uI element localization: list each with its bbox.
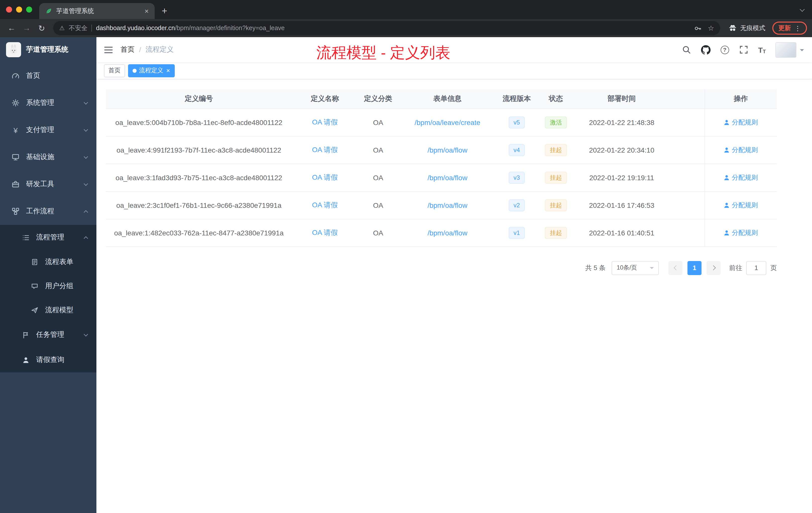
reload-button[interactable]: ↻ xyxy=(35,22,48,35)
sidebar-item-label: 流程模型 xyxy=(45,306,87,315)
goto-page-input[interactable] xyxy=(746,261,766,275)
person-icon xyxy=(724,230,730,236)
help-icon[interactable]: ? xyxy=(720,46,729,54)
sidebar-item-infrastructure[interactable]: 基础设施 xyxy=(0,144,96,171)
definition-name-link[interactable]: OA 请假 xyxy=(312,145,338,153)
sidebar-item-home[interactable]: 首页 xyxy=(0,62,96,89)
next-page-button[interactable] xyxy=(706,261,721,275)
form-info-link[interactable]: /bpm/oa/leave/create xyxy=(414,118,480,126)
browser-tab[interactable]: 芋道管理系统 × xyxy=(39,3,155,19)
table-row: oa_leave:1:482ec033-762a-11ec-8477-a2380… xyxy=(106,219,777,246)
password-key-icon[interactable] xyxy=(694,24,702,32)
sidebar-item-system[interactable]: 系统管理 xyxy=(0,89,96,117)
tab-title: 芋道管理系统 xyxy=(56,7,139,15)
tab-close-icon[interactable]: × xyxy=(143,6,151,16)
table-row: oa_leave:3:1fad3d93-7b75-11ec-a3c8-acde4… xyxy=(106,163,777,191)
new-tab-button[interactable]: + xyxy=(162,5,167,17)
definition-name-link[interactable]: OA 请假 xyxy=(312,118,338,126)
address-bar[interactable]: ⚠ 不安全 dashboard.yudao.iocoder.cn/bpm/man… xyxy=(53,21,720,35)
form-info-link[interactable]: /bpm/oa/flow xyxy=(428,146,467,154)
workflow-submenu: 流程管理 流程表单 用户分组 流程模型 xyxy=(0,225,96,372)
chevron-up-icon xyxy=(84,210,88,214)
col-header-status: 状态 xyxy=(537,89,575,109)
sidebar-item-task-management[interactable]: 任务管理 xyxy=(0,322,96,348)
avatar[interactable] xyxy=(775,42,796,58)
person-icon xyxy=(724,202,730,208)
status-badge: 激活 xyxy=(545,116,567,128)
chat-bubble-icon xyxy=(30,282,39,290)
forward-button[interactable]: → xyxy=(20,22,33,35)
page-number-button[interactable]: 1 xyxy=(688,261,701,275)
assign-rule-link[interactable]: 分配规则 xyxy=(724,118,758,127)
breadcrumb: 首页 / 流程定义 xyxy=(120,45,174,54)
browser-menu-icon[interactable]: ⋮ xyxy=(794,24,801,32)
browser-tabstrip: 芋道管理系统 × + xyxy=(0,0,812,19)
user-avatar-menu[interactable] xyxy=(775,42,804,58)
chevron-down-icon xyxy=(84,182,88,186)
search-icon[interactable] xyxy=(681,45,691,55)
status-badge: 挂起 xyxy=(545,144,567,156)
tag-label: 首页 xyxy=(109,66,120,75)
window-minimize-button[interactable] xyxy=(16,6,22,12)
tab-search-icon[interactable] xyxy=(800,7,805,12)
cell-definition-id: oa_leave:4:991f2193-7b7f-11ec-a3c8-acde4… xyxy=(106,136,292,163)
definition-name-link[interactable]: OA 请假 xyxy=(312,173,338,181)
page-title-annotation: 流程模型 - 定义列表 xyxy=(316,43,450,63)
omnibox-actions: ☆ xyxy=(694,24,714,32)
sidebar-item-user-group[interactable]: 用户分组 xyxy=(0,274,96,298)
assign-rule-link[interactable]: 分配规则 xyxy=(724,228,758,237)
window-close-button[interactable] xyxy=(6,6,12,12)
form-info-link[interactable]: /bpm/oa/flow xyxy=(428,229,467,237)
form-info-link[interactable]: /bpm/oa/flow xyxy=(428,174,467,181)
cell-category: OA xyxy=(358,163,398,191)
breadcrumb-home-link[interactable]: 首页 xyxy=(120,45,135,54)
cell-deploy-time: 2022-01-16 17:46:53 xyxy=(575,191,668,219)
url-text[interactable]: dashboard.yudao.iocoder.cn/bpm/manager/d… xyxy=(96,25,285,32)
goto-label: 前往 xyxy=(729,263,742,272)
back-button[interactable]: ← xyxy=(5,22,18,35)
definition-name-link[interactable]: OA 请假 xyxy=(312,228,338,236)
assign-rule-link[interactable]: 分配规则 xyxy=(724,173,758,182)
sidebar-item-label: 首页 xyxy=(26,71,87,80)
sidebar-item-process-form[interactable]: 流程表单 xyxy=(0,250,96,274)
github-icon[interactable] xyxy=(701,45,711,55)
security-label[interactable]: 不安全 xyxy=(69,24,88,32)
window-zoom-button[interactable] xyxy=(26,6,32,12)
tag-home[interactable]: 首页 xyxy=(104,64,125,77)
sidebar-item-devtools[interactable]: 研发工具 xyxy=(0,171,96,198)
chevron-down-icon xyxy=(650,267,654,271)
cell-definition-id: oa_leave:5:004b710b-7b8a-11ec-8ef0-acde4… xyxy=(106,109,292,136)
cell-category: OA xyxy=(358,136,398,163)
table-header-row: 定义编号 定义名称 定义分类 表单信息 流程版本 状态 部署时间 操作 xyxy=(106,89,777,109)
form-info-link[interactable]: /bpm/oa/flow xyxy=(428,201,467,209)
sidebar-item-leave-query[interactable]: 请假查询 xyxy=(0,348,96,372)
yen-icon: ¥ xyxy=(11,126,20,134)
browser-toolbar: ← → ↻ ⚠ 不安全 dashboard.yudao.iocoder.cn/b… xyxy=(0,19,812,37)
definition-name-link[interactable]: OA 请假 xyxy=(312,201,338,209)
page-size-select[interactable]: 10条/页 xyxy=(612,261,659,275)
sidebar-item-workflow[interactable]: 工作流程 xyxy=(0,198,96,225)
cell-spacer xyxy=(668,136,704,163)
prev-page-button[interactable] xyxy=(668,261,683,275)
pagination: 共 5 条 10条/页 1 前往 页 xyxy=(106,261,777,275)
hamburger-icon[interactable] xyxy=(96,37,120,62)
sidebar-item-process-management[interactable]: 流程管理 xyxy=(0,225,96,250)
version-badge: v1 xyxy=(509,227,525,239)
logo-avatar xyxy=(6,42,21,57)
tag-process-definition[interactable]: 流程定义 × xyxy=(128,64,174,77)
person-icon xyxy=(724,175,730,180)
browser-update-button[interactable]: 更新 ⋮ xyxy=(772,22,807,35)
sidebar-item-label: 工作流程 xyxy=(26,207,78,216)
fullscreen-icon[interactable] xyxy=(738,45,749,55)
monitor-icon xyxy=(11,153,20,161)
pagination-total: 共 5 条 xyxy=(585,263,606,272)
font-size-icon[interactable]: TT xyxy=(758,46,766,54)
tag-close-icon[interactable]: × xyxy=(166,67,170,74)
assign-rule-link[interactable]: 分配规则 xyxy=(724,201,758,210)
chevron-down-icon xyxy=(84,127,88,132)
sidebar-item-process-model[interactable]: 流程模型 xyxy=(0,298,96,322)
sidebar: 芋道管理系统 首页 系统管理 ¥ 支付管理 xyxy=(0,37,96,513)
bookmark-star-icon[interactable]: ☆ xyxy=(708,24,714,32)
sidebar-item-payment[interactable]: ¥ 支付管理 xyxy=(0,117,96,144)
assign-rule-link[interactable]: 分配规则 xyxy=(724,145,758,154)
